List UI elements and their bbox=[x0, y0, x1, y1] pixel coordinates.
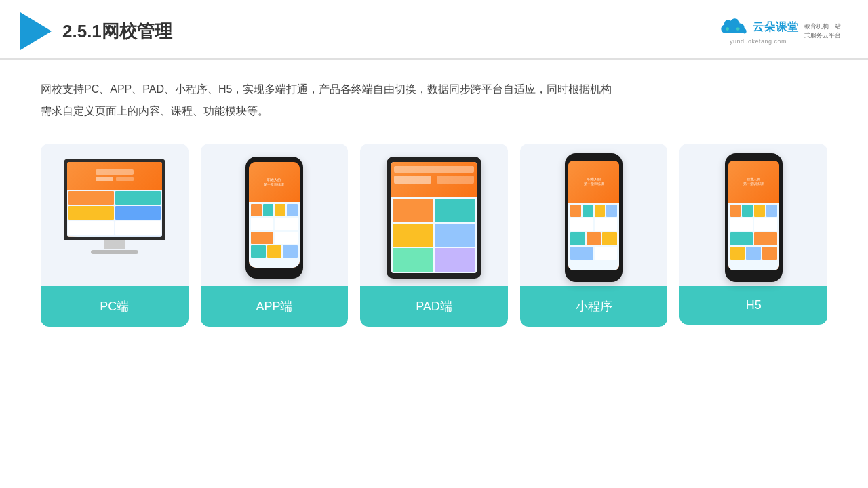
mp-block-4 bbox=[606, 205, 617, 218]
screen-block-6 bbox=[115, 221, 161, 235]
pc-screen-content-icon bbox=[94, 168, 135, 183]
h5-block-5 bbox=[730, 218, 753, 231]
pad-block-5 bbox=[393, 248, 433, 272]
app-block-7 bbox=[251, 232, 274, 244]
mp-block-6 bbox=[595, 218, 618, 231]
mp-block-7 bbox=[570, 232, 585, 245]
h5-row-1 bbox=[730, 205, 777, 218]
h5-row-3 bbox=[730, 232, 777, 245]
svg-rect-3 bbox=[96, 169, 134, 175]
app-label: APP端 bbox=[201, 286, 349, 327]
pc-base bbox=[91, 250, 138, 254]
miniprogram-screen-header: 职通人的第一堂训练课 bbox=[568, 161, 619, 203]
platform-cards: PC端 职通人的第一堂训练课 bbox=[41, 144, 827, 327]
h5-block-10 bbox=[746, 247, 761, 260]
pc-screen-bottom bbox=[67, 190, 162, 236]
screen-block-1 bbox=[68, 191, 114, 205]
screen-block-2 bbox=[115, 191, 161, 205]
svg-rect-6 bbox=[394, 166, 474, 173]
app-block-11 bbox=[283, 245, 298, 258]
app-block-10 bbox=[267, 245, 282, 258]
brand-tagline: 教育机构一站式服务云平台 bbox=[804, 22, 841, 39]
h5-card: 职通人的第一堂训练课 bbox=[679, 144, 827, 325]
pc-device-mockup bbox=[60, 159, 169, 277]
h5-block-8 bbox=[754, 232, 777, 245]
main-content: 网校支持PC、APP、PAD、小程序、H5，实现多端打通，产品各终端自由切换，数… bbox=[0, 60, 868, 340]
pad-tablet-screen bbox=[391, 162, 477, 273]
svg-rect-7 bbox=[394, 176, 431, 184]
logo-triangle-icon bbox=[20, 12, 52, 50]
header-right: 云朵课堂 yunduoketang.com 教育机构一站式服务云平台 bbox=[717, 18, 841, 45]
mp-row-1 bbox=[570, 205, 617, 218]
svg-point-2 bbox=[736, 27, 740, 30]
app-phone-screen: 职通人的第一堂训练课 bbox=[249, 162, 300, 268]
pad-block-6 bbox=[435, 248, 475, 272]
app-row-3 bbox=[251, 232, 298, 244]
brand-name: 云朵课堂 bbox=[753, 20, 799, 35]
app-card: 职通人的第一堂训练课 bbox=[201, 144, 349, 327]
pc-label: PC端 bbox=[41, 286, 189, 327]
pc-stand bbox=[104, 240, 125, 249]
pad-image-area bbox=[360, 144, 508, 286]
brand-cloud: 云朵课堂 bbox=[717, 18, 799, 37]
svg-point-1 bbox=[730, 28, 734, 32]
mp-block-2 bbox=[583, 205, 593, 218]
app-block-4 bbox=[287, 204, 298, 216]
screen-block-5 bbox=[68, 221, 114, 235]
miniprogram-phone-screen: 职通人的第一堂训练课 bbox=[568, 161, 619, 270]
page-title: 2.5.1网校管理 bbox=[62, 20, 172, 43]
pad-screen-header bbox=[391, 162, 477, 197]
app-row-4 bbox=[251, 245, 298, 258]
h5-phone-mockup: 职通人的第一堂训练课 bbox=[725, 153, 783, 282]
miniprogram-phone-mockup: 职通人的第一堂训练课 bbox=[565, 153, 623, 282]
h5-screen-body bbox=[728, 203, 779, 270]
svg-rect-8 bbox=[437, 176, 474, 184]
miniprogram-label: 小程序 bbox=[520, 286, 668, 327]
app-block-6 bbox=[275, 218, 298, 230]
h5-block-2 bbox=[742, 205, 753, 218]
pad-label: PAD端 bbox=[360, 286, 508, 327]
app-block-5 bbox=[251, 218, 274, 230]
mp-block-5 bbox=[570, 218, 593, 231]
miniprogram-image-area: 职通人的第一堂训练课 bbox=[520, 144, 668, 286]
mp-row-2 bbox=[570, 218, 617, 231]
svg-rect-4 bbox=[96, 177, 113, 181]
pad-block-4 bbox=[435, 224, 475, 247]
pc-monitor bbox=[64, 159, 165, 240]
brand-url: yunduoketang.com bbox=[730, 38, 787, 45]
mp-block-1 bbox=[570, 205, 581, 218]
screen-block-3 bbox=[68, 206, 114, 220]
miniprogram-screen-text: 职通人的第一堂训练课 bbox=[584, 177, 604, 186]
mp-block-8 bbox=[587, 232, 601, 245]
pad-block-2 bbox=[435, 199, 475, 222]
h5-image-area: 职通人的第一堂训练课 bbox=[679, 144, 827, 286]
mp-row-3 bbox=[570, 232, 617, 245]
mp-block-3 bbox=[595, 205, 606, 218]
h5-block-4 bbox=[766, 205, 777, 218]
mp-block-10 bbox=[570, 247, 593, 260]
app-screen-header: 职通人的第一堂训练课 bbox=[249, 162, 300, 202]
miniprogram-card: 职通人的第一堂训练课 bbox=[520, 144, 668, 327]
mp-block-11 bbox=[595, 247, 618, 260]
h5-block-7 bbox=[730, 232, 753, 245]
mp-row-4 bbox=[570, 247, 617, 260]
app-row-1 bbox=[251, 204, 298, 216]
h5-block-1 bbox=[730, 205, 741, 218]
h5-block-11 bbox=[762, 247, 777, 260]
pad-card: PAD端 bbox=[360, 144, 508, 327]
app-block-8 bbox=[275, 232, 298, 244]
app-phone-mockup: 职通人的第一堂训练课 bbox=[245, 157, 303, 279]
pc-screen-top bbox=[67, 162, 162, 190]
cloud-icon bbox=[717, 18, 750, 37]
description-text: 网校支持PC、APP、PAD、小程序、H5，实现多端打通，产品各终端自由切换，数… bbox=[41, 79, 827, 122]
h5-screen-header: 职通人的第一堂训练课 bbox=[728, 161, 779, 203]
h5-row-4 bbox=[730, 247, 777, 260]
app-block-1 bbox=[251, 204, 262, 216]
app-screen-text: 职通人的第一堂训练课 bbox=[264, 178, 284, 187]
h5-screen-text: 职通人的第一堂训练课 bbox=[743, 177, 764, 186]
miniprogram-screen-body bbox=[568, 203, 619, 270]
screen-block-4 bbox=[115, 206, 161, 220]
app-block-3 bbox=[275, 204, 285, 216]
pad-screen-content bbox=[391, 162, 477, 186]
h5-notch bbox=[740, 153, 767, 159]
